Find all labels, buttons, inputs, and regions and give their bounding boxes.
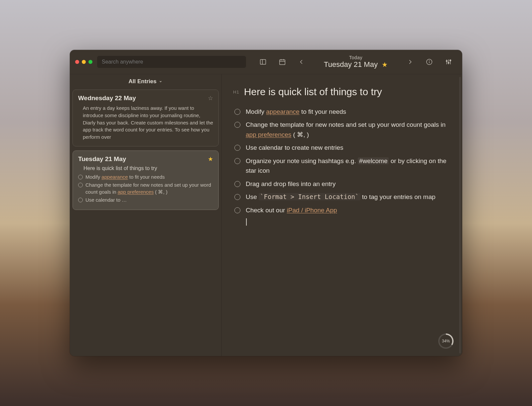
todo-item[interactable]: Change the template for new notes and se… [234, 120, 449, 139]
checkbox-icon[interactable] [234, 145, 240, 151]
settings-button[interactable] [444, 57, 454, 67]
entry-title: Tuesday 21 May [78, 155, 126, 163]
text-cursor [246, 218, 247, 226]
calendar-button[interactable] [277, 57, 287, 67]
star-icon[interactable]: ★ [382, 61, 388, 69]
checkbox-icon[interactable] [234, 207, 240, 213]
svg-point-12 [446, 60, 448, 62]
svg-rect-2 [280, 60, 285, 65]
sidebar: All Entries Wednesday 22 May☆An entry a … [70, 74, 222, 356]
search-input[interactable] [97, 56, 246, 68]
chevron-down-icon [159, 78, 163, 85]
date-text: Tuesday 21 May [324, 60, 378, 69]
progress-label: 34% [442, 339, 450, 343]
sidebar-icon [259, 58, 267, 66]
todo-list: Modify appearance to fit your needsChang… [233, 107, 449, 226]
svg-rect-0 [260, 60, 266, 65]
checkbox-icon [78, 183, 83, 187]
star-icon[interactable]: ★ [208, 155, 213, 163]
star-icon[interactable]: ☆ [208, 95, 213, 102]
sliders-icon [445, 58, 452, 66]
entry-subtitle: Here is quick list of things to try [83, 165, 213, 171]
today-label: Today [316, 55, 396, 60]
filter-label: All Entries [129, 78, 157, 85]
editor[interactable]: H1 Here is quick list of things to try M… [222, 74, 462, 356]
titlebar: Today Tuesday 21 May ★ [70, 50, 462, 74]
checkbox-icon [78, 175, 83, 179]
toolbar: Today Tuesday 21 May ★ [258, 55, 454, 69]
checkbox-icon[interactable] [234, 109, 240, 115]
date-display: Today Tuesday 21 May ★ [316, 55, 396, 69]
todo-item[interactable]: Organize your note using hashtags e.g. #… [234, 156, 449, 176]
app-window: Today Tuesday 21 May ★ All Entries [70, 50, 462, 356]
word-progress[interactable]: 34% [438, 333, 454, 349]
window-controls [75, 60, 92, 64]
entry-subitem: Use calendar to … [78, 196, 213, 204]
todo-item[interactable]: Modify appearance to fit your needs [234, 107, 449, 116]
heading[interactable]: Here is quick list of things to try [244, 86, 382, 98]
todo-item[interactable]: Check out our iPad / iPhone App [234, 205, 449, 215]
toggle-sidebar-button[interactable] [258, 57, 268, 67]
svg-point-13 [448, 62, 449, 64]
entries-filter[interactable]: All Entries [72, 78, 219, 85]
heading-indicator: H1 [233, 90, 239, 95]
checkbox-icon[interactable] [234, 194, 240, 200]
minimize-icon[interactable] [82, 60, 86, 64]
checkbox-icon[interactable] [234, 181, 240, 187]
checkbox-icon[interactable] [234, 122, 240, 128]
entry-title: Wednesday 22 May [78, 95, 136, 102]
prev-button[interactable] [297, 57, 307, 67]
todo-item[interactable]: Use calendar to create new entries [234, 143, 449, 152]
entry-preview: An entry a day keeps laziness away. If y… [83, 104, 213, 141]
fullscreen-icon[interactable] [88, 60, 92, 64]
svg-point-14 [450, 60, 451, 61]
entry-subitem: Modify appearance to fit your needs [78, 173, 213, 181]
todo-item[interactable]: Drag and drop files into an entry [234, 179, 449, 189]
entry-card[interactable]: Tuesday 21 May★Here is quick list of thi… [72, 150, 219, 210]
info-icon [426, 58, 433, 66]
entry-list: Wednesday 22 May☆An entry a day keeps la… [72, 90, 219, 214]
scrollbar[interactable] [459, 77, 461, 353]
todo-item[interactable]: Use `Format > Insert Location` to tag yo… [234, 192, 449, 202]
entry-card[interactable]: Wednesday 22 May☆An entry a day keeps la… [72, 90, 219, 146]
entry-subitem: Change the template for new notes and se… [78, 181, 213, 196]
next-button[interactable] [405, 57, 415, 67]
chevron-left-icon [298, 58, 305, 66]
checkbox-icon [78, 198, 83, 202]
close-icon[interactable] [75, 60, 79, 64]
info-button[interactable] [424, 57, 434, 67]
svg-point-8 [429, 61, 430, 61]
checkbox-icon[interactable] [234, 158, 240, 164]
calendar-icon [279, 58, 286, 66]
chevron-right-icon [406, 58, 414, 66]
